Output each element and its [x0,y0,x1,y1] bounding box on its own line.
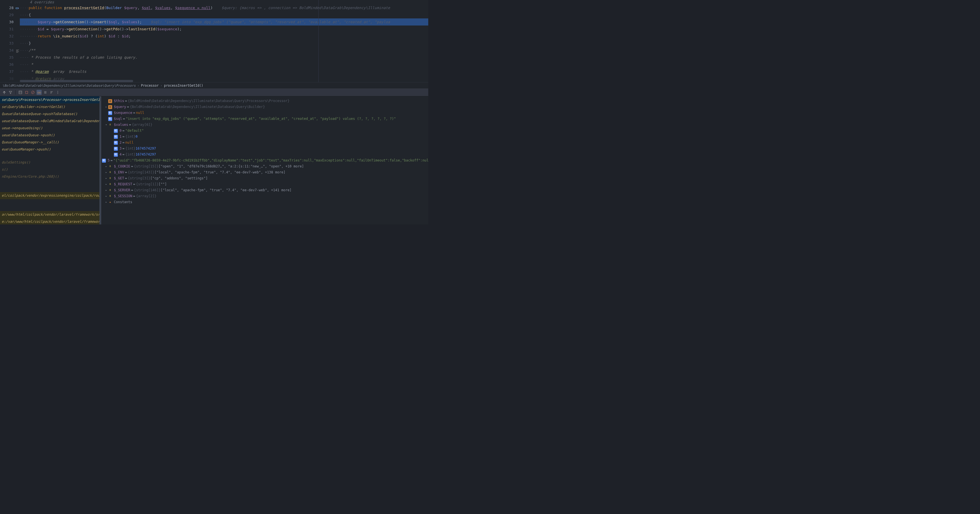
breadcrumb-method[interactable]: processInsertGetId() [164,84,203,88]
stack-frame[interactable]: ueue\DatabaseQueue->push() [0,132,101,139]
type-badge-icon: ◆ [108,201,112,204]
stack-frame[interactable]: el/coilpack/vendor/expressionengine/coil… [0,192,101,199]
stack-frame[interactable]: s() [0,166,101,173]
variable-row[interactable]: ▸⠿$_SESSION = {array[2]} [102,193,428,199]
breadcrumb-namespace[interactable]: \BoldMinded\DataGrab\Dependency\Illumina… [2,84,136,88]
expand-icon[interactable]: ▸ [104,175,108,181]
type-badge-icon: ⠿ [108,188,112,193]
variable-row[interactable]: ▸◆Constants [102,199,428,205]
variable-row[interactable]: ▾⠿$values = {array[6]} [102,122,428,128]
override-hint[interactable]: 4 overrides [0,0,428,4]
svg-point-10 [57,93,58,94]
stack-frame[interactable]: ar/www/html/coilpack/vendor/laravel/fram… [0,211,101,218]
expand-icon[interactable]: ▸ [104,169,108,175]
code-line-34[interactable]: 34 ····/** [0,47,428,54]
stack-frame[interactable]: Queue\DatabaseQueue->pushToDatabase() [0,110,101,118]
stack-frame[interactable] [0,180,101,186]
variable-row[interactable]: 012 = null [102,140,428,146]
stack-frame[interactable]: eue\QueueManager->push() [0,146,101,153]
type-badge-icon: ⠿ [108,123,112,127]
expand-icon[interactable]: ▸ [104,187,108,193]
type-badge-icon: ⠿ [108,165,112,169]
more-icon[interactable] [55,90,60,95]
method-name[interactable]: processInsertGetId [64,6,104,10]
svg-rect-1 [19,91,22,94]
type-badge-icon: ≡ [108,99,112,103]
code-line-36[interactable]: 36 ···· * [0,61,428,68]
expand-icon[interactable]: ▸ [104,199,108,205]
code-line-33[interactable]: 33 ····} [0,40,428,47]
editor-pane[interactable]: 4 overrides 28 ····public function proce… [0,0,428,82]
svg-point-8 [57,91,58,92]
code-line-29[interactable]: 29 ····{ [0,11,428,18]
expand-icon[interactable]: ▾ [104,122,108,128]
code-line-28[interactable]: 28 ····public function processInsertGetI… [0,4,428,11]
filter-icon[interactable] [8,90,13,95]
code-line-35[interactable]: 35 ···· * Process the results of a colum… [0,54,428,61]
frames-up-icon[interactable] [2,90,7,95]
breadcrumb[interactable]: \BoldMinded\DataGrab\Dependency\Illumina… [0,82,428,88]
expand-icon[interactable]: ▸ [104,181,108,187]
expand-icon[interactable]: ▸ [104,164,108,169]
inlay-hint: $query: {macros => , connection => BoldM… [220,6,390,10]
stack-frame[interactable]: duleSettings() [0,159,101,166]
type-badge-icon: 01 [102,159,106,162]
stack-frame[interactable]: ueue\DatabaseQueue->BoldMinded\DataGrab\… [0,118,101,125]
svg-point-9 [57,92,58,93]
svg-point-0 [16,8,17,9]
variable-row[interactable]: 013 = {int} 1674574297 [102,146,428,151]
stack-frame[interactable]: e:/var/www/html/coilpack/vendor/laravel/… [0,218,101,224]
horizontal-scrollbar[interactable] [20,80,133,82]
variable-row[interactable]: 014 = {int} 1674574297 [102,151,428,158]
variable-row[interactable]: 010 = "default" [102,128,428,134]
type-badge-icon: 01 [114,147,118,151]
svg-rect-3 [25,91,28,94]
code-line-31[interactable]: 31 ········$id = $query->getConnection()… [0,25,428,33]
layout-icon[interactable] [18,90,23,95]
variable-row[interactable]: ▸≡$query = {BoldMinded\DataGrab\Dependen… [102,104,428,110]
stack-frame[interactable]: Queue\QueueManager->__call() [0,139,101,146]
variable-row[interactable]: ▸⠿$_ENV = {string[143]} ["local", "apach… [102,169,428,175]
variable-row[interactable]: ▸⠿$_GET = {string[3]} ["cp", "addons", "… [102,175,428,181]
sort-icon[interactable] [49,90,54,95]
variable-row[interactable]: 011 = {int} 0 [102,134,428,140]
type-badge-icon: ⠿ [108,170,112,175]
type-badge-icon: ⠿ [108,177,112,180]
variable-row[interactable]: ▸⠿$_REQUEST = {string[1]} [""] [102,181,428,187]
debug-toolbar [0,88,428,96]
variable-row[interactable]: ≡$this = {BoldMinded\DataGrab\Dependency… [102,98,428,104]
stack-frame[interactable] [0,153,101,159]
type-badge-icon: 01 [114,129,118,133]
stack-frames-panel[interactable]: se\Query\Processors\Processor->processIn… [0,96,102,224]
type-badge-icon: ≡ [108,105,112,109]
mute-icon[interactable] [30,90,35,95]
code-line-32[interactable]: 32 ········return \is_numeric($id) ? (in… [0,33,428,40]
list-icon[interactable] [43,90,48,95]
expand-icon[interactable]: ▸ [104,193,108,199]
restore-icon[interactable] [24,90,29,95]
variable-row[interactable]: ▸⠿$_COOKIE = {string[15]} ["open", "1", … [102,164,428,169]
stack-frame[interactable]: se\Query\Builder->insertGetId() [0,103,101,110]
stack-frame[interactable]: se\Query\Processors\Processor->processIn… [0,96,101,103]
expand-icon[interactable]: ▸ [104,104,108,110]
type-badge-icon: 01 [108,117,112,121]
code-line-30[interactable]: 30 ········$query->getConnection()->inse… [0,18,428,25]
glasses-icon[interactable] [37,90,41,95]
ruler-line [318,0,319,82]
svg-line-5 [32,91,34,94]
type-badge-icon: ⠿ [108,183,112,186]
variables-panel[interactable]: ≡$this = {BoldMinded\DataGrab\Dependency… [102,96,428,224]
stack-frame[interactable]: ueue->enqueueUsing() [0,125,101,132]
breadcrumb-class[interactable]: Processor [141,84,159,88]
type-badge-icon: 01 [108,111,112,115]
variable-row[interactable]: 01$sequence = null [102,110,428,116]
variable-row[interactable]: 01$sql = "insert into "exp_dgq_jobs" ("q… [102,116,428,122]
code-line-37[interactable]: 37 ···· * @param array $results [0,68,428,75]
stack-frame[interactable] [0,199,101,205]
variable-row[interactable]: 015 = "{"uuid":"fb468726-8659-4e27-9bfc-… [102,158,428,164]
type-badge-icon: ⠿ [108,194,112,198]
stack-frame[interactable] [0,186,101,192]
variable-row[interactable]: ▸⠿$_SERVER = {string[146]} ["local", "ap… [102,187,428,193]
stack-frame[interactable] [0,205,101,211]
stack-frame[interactable]: nEngine/Core/Core.php:268}() [0,173,101,180]
